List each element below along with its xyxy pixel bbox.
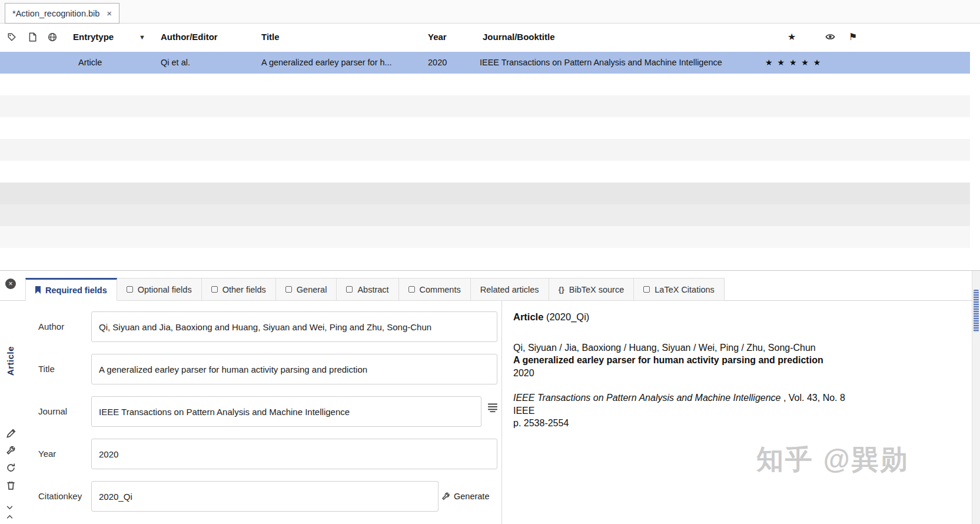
empty-row xyxy=(0,95,970,117)
scrollbar-track[interactable] xyxy=(972,271,980,524)
latex-icon xyxy=(643,286,650,293)
citationkey-field[interactable] xyxy=(91,481,438,512)
wrench-icon xyxy=(441,492,450,501)
cell-year: 2020 xyxy=(428,52,447,74)
title-label: Title xyxy=(38,354,55,384)
journal-label: Journal xyxy=(38,396,67,427)
star-icon[interactable]: ★ xyxy=(788,26,796,48)
tab-related-articles[interactable]: Related articles xyxy=(470,278,549,301)
generate-citationkey-button[interactable]: Generate xyxy=(441,481,489,512)
preview-citation-key: (2020_Qi) xyxy=(543,311,589,322)
preview-journal-detail: , Vol. 43, No. 8 xyxy=(780,393,845,403)
close-entry-editor-button[interactable]: × xyxy=(5,278,16,289)
fields-icon xyxy=(346,286,353,293)
author-field[interactable] xyxy=(91,311,497,342)
preview-title: A generalized earley parser for human ac… xyxy=(513,354,964,367)
preview-year: 2020 xyxy=(513,367,964,380)
close-icon[interactable]: × xyxy=(107,8,112,18)
braces-icon: {} xyxy=(559,285,564,294)
tag-icon[interactable] xyxy=(7,32,16,44)
eye-icon[interactable] xyxy=(825,32,835,42)
tab-other-fields[interactable]: Other fields xyxy=(201,278,276,301)
journal-field[interactable] xyxy=(91,396,481,427)
tab-optional-fields[interactable]: Optional fields xyxy=(117,278,202,301)
preview-entry-type: Article xyxy=(513,311,543,322)
column-header-entrytype[interactable]: Entrytype xyxy=(73,26,114,48)
chevron-up-icon[interactable] xyxy=(6,512,14,518)
cell-author: Qi et al. xyxy=(161,52,190,74)
entry-editor-panel: × Article Required fields Optional field… xyxy=(0,270,980,524)
tab-bibtex-source[interactable]: {} BibTeX source xyxy=(549,278,634,301)
tab-label: LaTeX Citations xyxy=(655,285,715,294)
chevron-down-icon[interactable] xyxy=(6,502,14,508)
column-header-author[interactable]: Author/Editor xyxy=(161,26,218,48)
tab-required-fields[interactable]: Required fields xyxy=(25,278,117,301)
preview-journal: IEEE Transactions on Pattern Analysis an… xyxy=(513,393,780,403)
file-tab-title: *Action_recognition.bib xyxy=(12,9,99,18)
file-tab-action-recognition[interactable]: *Action_recognition.bib × xyxy=(5,3,119,24)
column-header-journal[interactable]: Journal/Booktitle xyxy=(483,26,555,48)
tab-comments[interactable]: Comments xyxy=(398,278,471,301)
table-row-selected[interactable]: Article Qi et al. A generalized earley p… xyxy=(0,52,970,74)
cell-title: A generalized earley parser for h... xyxy=(261,52,392,74)
empty-row xyxy=(0,204,970,226)
preview-publisher: IEEE xyxy=(513,404,964,417)
preview-pages: p. 2538-2554 xyxy=(513,417,964,430)
tab-label: Optional fields xyxy=(138,285,192,294)
fields-icon xyxy=(285,286,292,293)
cell-journal: IEEE Transactions on Pattern Analysis an… xyxy=(480,52,722,74)
column-header-title[interactable]: Title xyxy=(261,26,280,48)
author-label: Author xyxy=(38,311,64,342)
empty-row xyxy=(0,248,970,270)
empty-row xyxy=(0,74,970,95)
refresh-icon[interactable] xyxy=(6,463,16,473)
fields-icon xyxy=(127,286,133,293)
fields-icon xyxy=(408,286,415,293)
scrollbar-thumb[interactable] xyxy=(974,290,979,332)
journal-info-icon[interactable] xyxy=(487,403,498,412)
column-header-year[interactable]: Year xyxy=(428,26,447,48)
tab-label: Required fields xyxy=(45,286,107,295)
tab-label: Abstract xyxy=(357,285,388,294)
wrench-icon[interactable] xyxy=(6,446,16,456)
title-field[interactable] xyxy=(91,354,497,384)
tab-general[interactable]: General xyxy=(275,278,337,301)
tab-label: Related articles xyxy=(480,285,539,294)
rating-stars[interactable]: ★ ★ ★ ★ ★ xyxy=(765,52,822,74)
file-tab-bar: *Action_recognition.bib × xyxy=(0,0,980,24)
cell-entrytype: Article xyxy=(78,52,102,74)
flag-icon[interactable]: ⚑ xyxy=(849,26,857,48)
entry-type-sidebar-label: Article xyxy=(5,326,18,396)
tab-label: Comments xyxy=(420,285,461,294)
tab-label: Other fields xyxy=(222,285,266,294)
divider xyxy=(501,301,502,524)
bookmark-icon xyxy=(35,286,41,294)
preview-journal-line: IEEE Transactions on Pattern Analysis an… xyxy=(513,392,964,404)
year-field[interactable] xyxy=(91,439,497,469)
empty-row xyxy=(0,117,970,139)
citationkey-label: Citationkey xyxy=(38,481,82,512)
tab-abstract[interactable]: Abstract xyxy=(336,278,398,301)
globe-icon[interactable] xyxy=(48,32,57,44)
empty-row xyxy=(0,161,970,183)
citation-preview: Article (2020_Qi) Qi, Siyuan / Jia, Baox… xyxy=(513,311,964,430)
filter-arrow-icon[interactable]: ▼ xyxy=(139,26,145,48)
trash-icon[interactable] xyxy=(6,480,16,490)
editor-tab-bar: Required fields Optional fields Other fi… xyxy=(26,278,725,301)
fields-icon xyxy=(211,286,218,293)
tab-latex-citations[interactable]: LaTeX Citations xyxy=(633,278,725,301)
table-header: Entrytype ▼ Author/Editor Title Year Jou… xyxy=(0,26,970,48)
year-label: Year xyxy=(38,439,56,469)
file-icon[interactable] xyxy=(28,32,37,44)
watermark: 知乎 @巽勋 xyxy=(756,442,909,478)
empty-row xyxy=(0,226,970,248)
generate-button-label: Generate xyxy=(454,492,489,501)
tab-label: General xyxy=(297,285,327,294)
empty-row xyxy=(0,139,970,161)
tab-label: BibTeX source xyxy=(569,285,624,294)
preview-authors: Qi, Siyuan / Jia, Baoxiong / Huang, Siyu… xyxy=(513,341,964,354)
preview-heading: Article (2020_Qi) xyxy=(513,311,964,324)
empty-row xyxy=(0,183,970,204)
pencil-icon[interactable] xyxy=(6,429,16,439)
